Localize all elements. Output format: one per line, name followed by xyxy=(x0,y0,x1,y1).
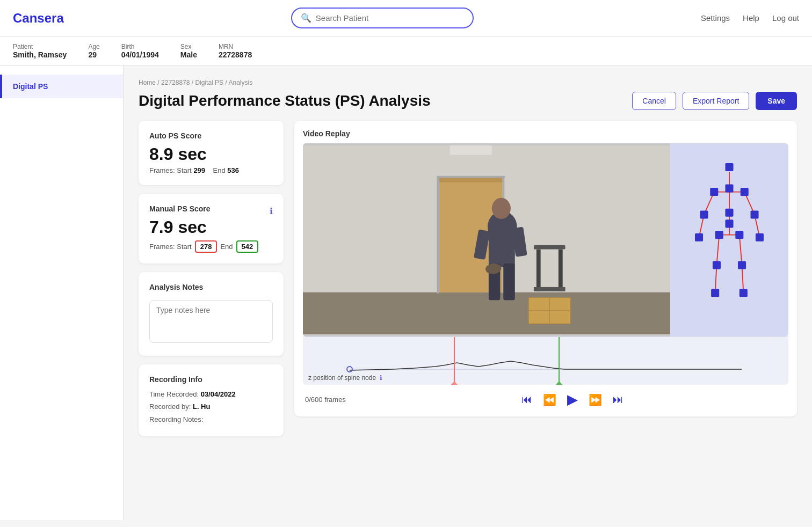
svg-rect-48 xyxy=(713,261,721,269)
sidebar-item-digital-ps[interactable]: Digital PS xyxy=(0,75,123,98)
video-title: Video Replay xyxy=(303,129,788,138)
info-icon[interactable]: ℹ xyxy=(270,206,273,216)
cancel-button[interactable]: Cancel xyxy=(632,92,676,110)
auto-ps-card: Auto PS Score 8.9 sec Frames: Start 299 … xyxy=(139,121,284,185)
manual-start-frame[interactable]: 278 xyxy=(195,240,218,253)
svg-line-36 xyxy=(742,265,744,293)
patient-name-field: Patient Smith, Ramsey xyxy=(13,43,67,59)
logout-link[interactable]: Log out xyxy=(772,13,799,23)
header-nav: Settings Help Log out xyxy=(701,13,799,23)
rewind-button[interactable]: ⏪ xyxy=(543,393,556,406)
breadcrumb-home[interactable]: Home xyxy=(139,79,156,86)
auto-ps-title: Auto PS Score xyxy=(149,131,273,140)
patient-sex: Male xyxy=(180,50,197,59)
page-header: Digital Performance Status (PS) Analysis… xyxy=(139,92,797,110)
auto-ps-frames: Frames: Start 299 End 536 xyxy=(149,166,273,174)
playback-controls: ⏮ ⏪ ▶ ⏩ ⏭ xyxy=(359,391,786,408)
svg-rect-6 xyxy=(437,176,439,294)
main-content: Home / 22728878 / Digital PS / Analysis … xyxy=(124,66,812,520)
save-button[interactable]: Save xyxy=(756,92,797,110)
page-title: Digital Performance Status (PS) Analysis xyxy=(139,92,431,109)
help-link[interactable]: Help xyxy=(743,13,759,23)
mrn-label: MRN xyxy=(219,43,252,50)
patient-mrn: 22728878 xyxy=(219,50,252,59)
recording-info-card: Recording Info Time Recorded: 03/04/2022… xyxy=(139,364,284,436)
svg-rect-37 xyxy=(725,163,733,171)
svg-rect-43 xyxy=(695,233,703,241)
svg-rect-46 xyxy=(715,231,723,239)
svg-rect-10 xyxy=(534,245,566,250)
patient-bar: Patient Smith, Ramsey Age 29 Birth 04/01… xyxy=(0,36,812,66)
left-column: Auto PS Score 8.9 sec Frames: Start 299 … xyxy=(139,121,284,436)
auto-ps-start: 299 xyxy=(193,166,205,174)
video-right-panel xyxy=(670,143,788,336)
frames-counter: 0/600 frames xyxy=(305,396,348,404)
patient-age-field: Age 29 xyxy=(88,43,99,59)
video-container xyxy=(303,143,788,336)
notes-title: Analysis Notes xyxy=(149,283,273,291)
notes-textarea[interactable] xyxy=(149,300,273,343)
manual-end-frame[interactable]: 542 xyxy=(236,240,259,253)
search-input[interactable] xyxy=(316,13,464,23)
recording-title: Recording Info xyxy=(149,375,273,384)
recording-notes-label: Recording Notes: xyxy=(149,413,273,426)
breadcrumb-page: Analysis xyxy=(228,79,252,86)
manual-ps-header: Manual PS Score ℹ xyxy=(149,204,273,217)
svg-rect-52 xyxy=(725,219,733,228)
recording-time: Time Recorded: 03/04/2022 xyxy=(149,388,273,400)
svg-rect-44 xyxy=(756,233,764,241)
age-label: Age xyxy=(88,43,99,50)
svg-rect-49 xyxy=(738,261,746,269)
manual-ps-title: Manual PS Score xyxy=(149,204,211,213)
svg-rect-41 xyxy=(700,210,708,218)
forward-button[interactable]: ⏩ xyxy=(589,393,602,406)
patient-age: 29 xyxy=(88,50,99,59)
chart-area: z position of spine node ℹ xyxy=(303,336,788,385)
birth-label: Birth xyxy=(121,43,159,50)
right-column: Video Replay xyxy=(294,121,797,436)
patient-sex-field: Sex Male xyxy=(180,43,197,59)
two-column-layout: Auto PS Score 8.9 sec Frames: Start 299 … xyxy=(139,121,797,436)
skeleton-figure xyxy=(681,154,778,326)
svg-point-15 xyxy=(492,198,511,219)
breadcrumb: Home / 22728878 / Digital PS / Analysis xyxy=(139,79,797,86)
recording-details: Time Recorded: 03/04/2022 Recorded by: L… xyxy=(149,388,273,426)
patient-birth-field: Birth 04/01/1994 xyxy=(121,43,159,59)
breadcrumb-section[interactable]: Digital PS xyxy=(195,79,223,86)
auto-ps-score: 8.9 sec xyxy=(149,144,273,164)
video-left-panel xyxy=(303,143,670,336)
svg-rect-18 xyxy=(503,264,514,300)
manual-ps-card: Manual PS Score ℹ 7.9 sec Frames: Start … xyxy=(139,194,284,264)
export-report-button[interactable]: Export Report xyxy=(683,92,749,110)
chart-label: z position of spine node ℹ xyxy=(308,374,382,382)
main-layout: Digital PS Home / 22728878 / Digital PS … xyxy=(0,66,812,520)
patient-label: Patient xyxy=(13,43,67,50)
first-frame-button[interactable]: ⏮ xyxy=(521,393,532,406)
breadcrumb-mrn[interactable]: 22728878 xyxy=(161,79,190,86)
play-button[interactable]: ▶ xyxy=(567,391,578,408)
sidebar: Digital PS xyxy=(0,66,124,520)
svg-rect-42 xyxy=(751,210,759,218)
manual-ps-score: 7.9 sec xyxy=(149,217,273,237)
sex-label: Sex xyxy=(180,43,197,50)
svg-rect-16 xyxy=(489,225,515,267)
last-frame-button[interactable]: ⏭ xyxy=(613,393,624,406)
svg-rect-8 xyxy=(437,176,505,178)
svg-rect-53 xyxy=(350,337,742,385)
svg-rect-38 xyxy=(725,184,733,192)
svg-rect-11 xyxy=(536,250,541,291)
svg-rect-51 xyxy=(740,289,748,297)
patient-birth: 04/01/1994 xyxy=(121,50,159,59)
svg-rect-45 xyxy=(725,209,733,217)
svg-rect-13 xyxy=(534,287,566,291)
patient-name: Smith, Ramsey xyxy=(13,50,67,59)
svg-rect-9 xyxy=(450,145,492,155)
app-header: Cansera 🔍 Settings Help Log out xyxy=(0,0,812,36)
svg-rect-12 xyxy=(559,250,563,291)
recording-by: Recorded by: L. Hu xyxy=(149,400,273,413)
settings-link[interactable]: Settings xyxy=(701,13,730,23)
app-logo: Cansera xyxy=(13,11,64,26)
search-bar[interactable]: 🔍 xyxy=(291,8,474,28)
search-icon: 🔍 xyxy=(301,13,311,23)
action-buttons: Cancel Export Report Save xyxy=(632,92,797,110)
